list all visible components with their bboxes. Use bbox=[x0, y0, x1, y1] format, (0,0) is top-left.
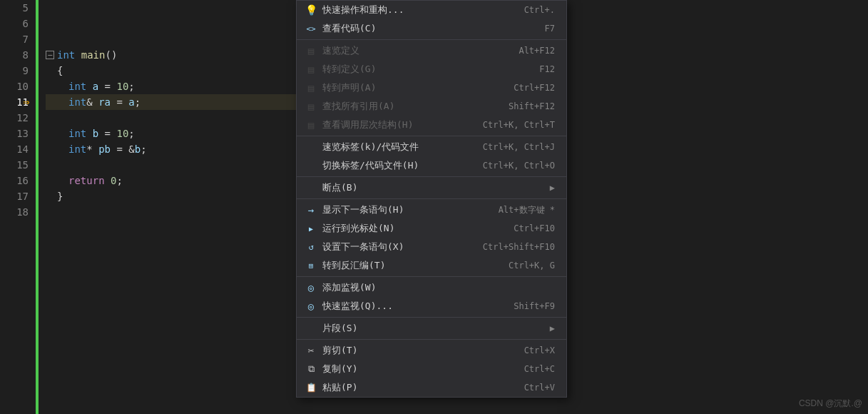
menu-label-goto-def: 转到定义(G) bbox=[320, 63, 525, 76]
menu-shortcut-quick-watch: Shift+F9 bbox=[499, 301, 555, 311]
add-watch-icon: ◎ bbox=[302, 282, 320, 293]
copy-icon: ⧉ bbox=[302, 363, 320, 375]
code-line-5 bbox=[46, 0, 300, 16]
separator-1 bbox=[297, 39, 566, 40]
keyword-return: return bbox=[68, 173, 105, 188]
code-line-6 bbox=[46, 16, 300, 31]
code-line-15 bbox=[46, 157, 300, 173]
menu-item-paste[interactable]: 📋 粘贴(P) Ctrl+V bbox=[297, 378, 566, 397]
menu-item-set-next[interactable]: ↺ 设置下一条语句(X) Ctrl+Shift+F10 bbox=[297, 238, 566, 256]
semi3: ; bbox=[128, 126, 134, 141]
quick-def-icon: ▤ bbox=[302, 45, 320, 56]
menu-item-copy[interactable]: ⧉ 复制(Y) Ctrl+C bbox=[297, 360, 566, 378]
menu-item-find-refs[interactable]: ▤ 查找所有引用(A) Shift+F12 bbox=[297, 97, 566, 116]
view-code-icon: <> bbox=[302, 24, 320, 34]
menu-shortcut-cut: Ctrl+X bbox=[510, 345, 555, 355]
separator-7 bbox=[297, 339, 566, 340]
menu-item-quick-watch[interactable]: ◎ 快速监视(Q)... Shift+F9 bbox=[297, 297, 566, 315]
menu-item-goto-decl[interactable]: ▤ 转到声明(A) Ctrl+F12 bbox=[297, 79, 566, 97]
menu-item-quick-def[interactable]: ▤ 速览定义 Alt+F12 bbox=[297, 41, 566, 60]
collapse-icon[interactable]: − bbox=[46, 51, 54, 59]
code-line-12 bbox=[46, 110, 300, 126]
menu-item-disassembly[interactable]: ⊞ 转到反汇编(T) Ctrl+K, G bbox=[297, 256, 566, 275]
menu-item-nav-tag[interactable]: 速览标签(k)/代码文件 Ctrl+K, Ctrl+J bbox=[297, 138, 566, 156]
num-0: 0 bbox=[111, 173, 116, 188]
keyword-int-pb: int bbox=[68, 141, 86, 157]
menu-label-toggle-tag: 切换标签/代码文件(H) bbox=[320, 159, 469, 172]
menu-item-goto-def[interactable]: ▤ 转到定义(G) F12 bbox=[297, 60, 566, 79]
line-num-16: 16 bbox=[0, 173, 29, 188]
menu-shortcut-view-code: F7 bbox=[531, 24, 555, 34]
menu-item-run-to-cursor[interactable]: ▶ 运行到光标处(N) Ctrl+F10 bbox=[297, 219, 566, 238]
var-b: b bbox=[93, 126, 98, 141]
separator-5 bbox=[297, 276, 566, 277]
disassembly-icon: ⊞ bbox=[302, 261, 320, 271]
brace-open: { bbox=[46, 63, 63, 79]
menu-item-breakpoint[interactable]: 断点(B) ▶ bbox=[297, 178, 566, 197]
menu-item-view-code[interactable]: <> 查看代码(C) F7 bbox=[297, 19, 566, 38]
semi2: ; bbox=[135, 94, 141, 110]
menu-shortcut-next-stmt: Alt+数字键 * bbox=[484, 204, 555, 216]
var-pb: pb bbox=[98, 141, 111, 157]
menu-label-add-watch: 添加监视(W) bbox=[320, 281, 555, 294]
menu-item-add-watch[interactable]: ◎ 添加监视(W) bbox=[297, 278, 566, 297]
code-line-16: return 0; bbox=[46, 173, 300, 188]
next-stmt-icon: → bbox=[302, 204, 320, 216]
semi: ; bbox=[128, 79, 134, 94]
menu-shortcut-copy: Ctrl+C bbox=[510, 364, 555, 374]
line-num-9: 9 bbox=[0, 63, 29, 79]
menu-item-snippet[interactable]: 片段(S) ▶ bbox=[297, 319, 566, 338]
semi4: ; bbox=[141, 141, 146, 157]
line-num-6: 6 bbox=[0, 16, 29, 31]
code-content[interactable]: − int main() { int a = 10; ⇒ int& ra = a… bbox=[39, 0, 300, 414]
semi5: ; bbox=[116, 173, 122, 188]
line-num-5: 5 bbox=[0, 0, 29, 16]
menu-shortcut-run-to-cursor: Ctrl+F10 bbox=[499, 223, 555, 233]
menu-label-copy: 复制(Y) bbox=[320, 363, 510, 375]
menu-item-call-hierarchy[interactable]: ▤ 查看调用层次结构(H) Ctrl+K, Ctrl+T bbox=[297, 116, 566, 134]
menu-label-paste: 粘贴(P) bbox=[320, 381, 510, 394]
menu-label-set-next: 设置下一条语句(X) bbox=[320, 241, 469, 253]
menu-shortcut-paste: Ctrl+V bbox=[510, 383, 555, 393]
keyword-int-a: int bbox=[68, 79, 86, 94]
debug-arrow-icon: ⇒ bbox=[23, 94, 30, 110]
menu-label-goto-decl: 转到声明(A) bbox=[320, 81, 499, 94]
line-num-14: 14 bbox=[0, 141, 29, 157]
code-line-17: } bbox=[46, 188, 300, 204]
menu-label-run-to-cursor: 运行到光标处(N) bbox=[320, 222, 499, 235]
assign-op4: = bbox=[116, 141, 122, 157]
code-line-18 bbox=[46, 204, 300, 220]
line-num-8: 8 bbox=[0, 47, 29, 63]
menu-item-next-stmt[interactable]: → 显示下一条语句(H) Alt+数字键 * bbox=[297, 201, 566, 219]
var-b-ref: b bbox=[135, 141, 141, 157]
menu-label-next-stmt: 显示下一条语句(H) bbox=[320, 203, 484, 216]
menu-shortcut-quick-action: Ctrl+. bbox=[510, 5, 555, 15]
find-refs-icon: ▤ bbox=[302, 101, 320, 112]
addr-op: & bbox=[128, 141, 134, 157]
paste-icon: 📋 bbox=[302, 383, 320, 393]
menu-label-snippet: 片段(S) bbox=[320, 322, 544, 335]
ref-op: & bbox=[86, 94, 92, 110]
separator-4 bbox=[297, 198, 566, 199]
menu-item-cut[interactable]: ✂ 剪切(T) Ctrl+X bbox=[297, 341, 566, 360]
snippet-arrow-icon: ▶ bbox=[550, 323, 555, 333]
var-a: a bbox=[93, 79, 98, 94]
set-next-icon: ↺ bbox=[302, 242, 320, 252]
var-a-ref: a bbox=[128, 94, 134, 110]
var-ra: ra bbox=[98, 94, 111, 110]
code-line-13: int b = 10; bbox=[46, 126, 300, 141]
keyword-int-ra: int bbox=[68, 94, 86, 110]
line-num-12: 12 bbox=[0, 110, 29, 126]
code-line-14: int* pb = &b; bbox=[46, 141, 300, 157]
num-10b: 10 bbox=[116, 126, 128, 141]
line-num-18: 18 bbox=[0, 204, 29, 220]
quick-watch-icon: ◎ bbox=[302, 301, 320, 312]
menu-item-toggle-tag[interactable]: 切换标签/代码文件(H) Ctrl+K, Ctrl+O bbox=[297, 156, 566, 175]
paren: () bbox=[105, 47, 117, 63]
menu-item-quick-action[interactable]: 💡 快速操作和重构... Ctrl+. bbox=[297, 1, 566, 19]
code-line-10: int a = 10; bbox=[46, 79, 300, 94]
menu-label-cut: 剪切(T) bbox=[320, 344, 510, 357]
menu-shortcut-nav-tag: Ctrl+K, Ctrl+J bbox=[469, 142, 555, 152]
menu-label-disassembly: 转到反汇编(T) bbox=[320, 259, 494, 272]
menu-shortcut-goto-def: F12 bbox=[525, 64, 555, 74]
